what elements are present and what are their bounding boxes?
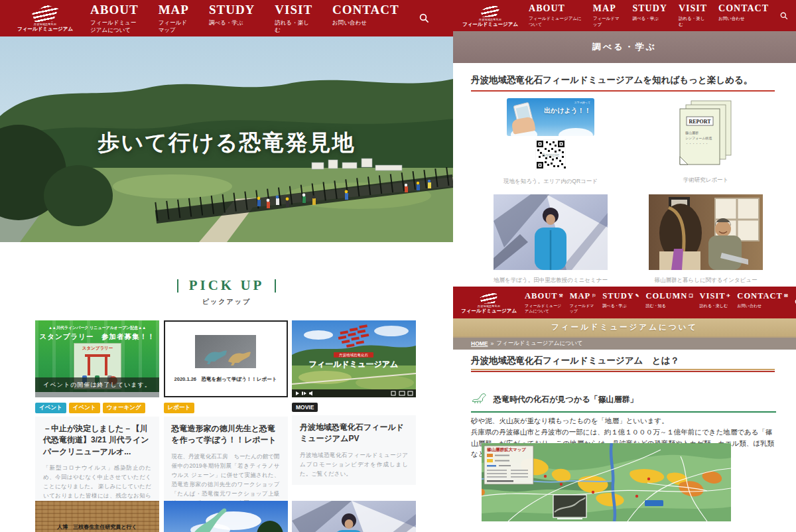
svg-text:シンフォーム構造: シンフォーム構造 bbox=[685, 136, 712, 140]
breadcrumb-home-link[interactable]: HOME bbox=[471, 340, 488, 347]
about-page: 丹波地域恐竜化石 フィールドミュージアム ABOUT⚒ フィールドミュージアムに… bbox=[453, 287, 796, 532]
site-logo[interactable]: 丹波地域恐竜化石 フィールドミュージアム bbox=[461, 292, 517, 314]
interview-feature: 篠山層群と暮らしに関するインタビュー bbox=[649, 194, 763, 285]
pickup-card-seminar[interactable] bbox=[292, 501, 416, 532]
torii-gate bbox=[88, 356, 90, 375]
card-image-workshop[interactable]: 2020.1.26 恐竜を創って学ぼう！！レポート bbox=[164, 320, 288, 397]
pickup-bar-left bbox=[177, 279, 178, 293]
nav-item-column[interactable]: COLUMN❏ 読む・知る bbox=[645, 291, 693, 308]
nav-item-about[interactable]: ABOUT フィールドミュージアムについて bbox=[90, 3, 139, 34]
card-text: 丹波地域恐竜化石フィールドミュージアムPV 丹波地域恐竜化石フィールドミュージア… bbox=[292, 415, 416, 485]
nav-item-contact[interactable]: CONTACT お問い合わせ bbox=[718, 3, 769, 22]
pickup-cards-row2: 人博 三枝春生主任研究員と行く bbox=[35, 501, 416, 532]
tag-event-yellow[interactable]: イベント bbox=[69, 403, 100, 413]
report-stack-illustration: REPORT 篠山層群 シンフォーム構造 ・・・・・・・ bbox=[678, 100, 734, 166]
card-tags: MOVIE bbox=[292, 403, 416, 412]
nav-item-visit[interactable]: VISIT 訪れる・楽しむ bbox=[679, 3, 707, 28]
logo-mark-icon bbox=[480, 292, 498, 304]
section-title: 恐竜時代の化石が見つかる「篠山層群」 bbox=[494, 394, 637, 405]
report-caption: 学術研究レポート bbox=[649, 176, 763, 184]
map-legend-title: 篠山層群拡大マップ bbox=[486, 447, 526, 452]
nav-item-study[interactable]: STUDY 調べる・学ぶ bbox=[209, 3, 255, 27]
page-title-banner: フィールドミュージアムについて bbox=[453, 318, 796, 336]
qr-watermark: Sample bbox=[541, 152, 560, 158]
card-tags: イベント イベント ウォーキング bbox=[35, 403, 159, 413]
pickup-bar-right bbox=[275, 279, 276, 293]
qr-code: Sample bbox=[535, 139, 566, 170]
pickup-title: PICK UP bbox=[189, 277, 265, 294]
page: 丹波地域恐竜化石 フィールドミュージアム ABOUT フィールドミュージアムにつ… bbox=[0, 0, 796, 532]
header-study: 丹波地域恐竜化石 フィールドミュージアム ABOUT フィールドミュージアムにつ… bbox=[453, 0, 796, 31]
breadcrumb: HOME » フィールドミュージアムについて bbox=[453, 336, 796, 350]
title-double-rule bbox=[471, 369, 775, 372]
envelope-icon: ✉ bbox=[784, 293, 789, 298]
nav-item-map[interactable]: MAP フィールドマップ bbox=[159, 3, 189, 34]
pencil-icon: ✎ bbox=[635, 293, 640, 298]
card-image-caption: 人博 三枝春生主任研究員と行く bbox=[35, 523, 159, 531]
dinosaur-models-photo bbox=[195, 335, 256, 368]
site-logo[interactable]: 丹波地域恐竜化石 フィールドミュージアム bbox=[462, 5, 518, 27]
page-title-banner: 調べる・学ぶ bbox=[453, 31, 796, 63]
nav-item-about[interactable]: ABOUT フィールドミュージアムについて bbox=[529, 3, 582, 28]
hero-banner: 歩いて行ける恐竜発見地 bbox=[0, 36, 453, 242]
pickup-card-dinosaur-statue[interactable] bbox=[164, 501, 288, 532]
search-icon[interactable] bbox=[780, 12, 788, 20]
flag-icon: ⚐ bbox=[592, 293, 596, 298]
nav-item-study[interactable]: STUDY 調べる・学ぶ bbox=[632, 3, 667, 22]
card-image-stamp-rally[interactable]: ▲▲川代ラインパーク リニューアルオープン記念▲▲ スタンプラリー 参加者募集！… bbox=[35, 320, 159, 397]
report-label: REPORT bbox=[689, 119, 711, 125]
map-legend: 篠山層群拡大マップ bbox=[484, 446, 533, 484]
header-about: 丹波地域恐竜化石 フィールドミュージアム ABOUT⚒ フィールドミュージアムに… bbox=[453, 287, 796, 318]
svg-text:・・・・・・・: ・・・・・・・ bbox=[685, 141, 708, 145]
nav-item-study[interactable]: STUDY✎ 調べる・学ぶ bbox=[602, 291, 639, 308]
logo-main-text: フィールドミュージアム bbox=[17, 27, 73, 32]
interview-caption: 篠山層群と暮らしに関するインタビュー bbox=[649, 277, 763, 285]
dinosaur-icon bbox=[471, 393, 488, 406]
card-title[interactable]: 恐竜造形家の徳川先生と恐竜を作って学ぼう！！レポート bbox=[172, 423, 280, 446]
card-title[interactable]: －中止が決定しました－【川代恐竜街道】3/21 川代ラインパークリニューアルオ.… bbox=[43, 423, 151, 458]
plane-icon: ✈ bbox=[727, 293, 732, 298]
workshop-image-caption: 2020.1.26 恐竜を創って学ぼう！！レポート bbox=[174, 376, 277, 383]
nav-item-visit[interactable]: VISIT✈ 訪れる・楽しむ bbox=[700, 291, 732, 308]
search-icon[interactable] bbox=[419, 13, 429, 23]
logo-mark-icon bbox=[32, 5, 58, 22]
nav-item-contact[interactable]: CONTACT✉ お問い合わせ bbox=[737, 291, 788, 308]
logo-mark-icon bbox=[480, 5, 500, 17]
tag-movie[interactable]: MOVIE bbox=[292, 403, 318, 412]
hammer-icon: ⚒ bbox=[559, 293, 564, 298]
video-player[interactable]: 丹波地域恐竜化石 フィールドミュージアム bbox=[292, 320, 416, 397]
tag-report[interactable]: レポート bbox=[164, 403, 195, 413]
about-title: 丹波地域恐竜化石フィールドミュージアム とは？ bbox=[471, 355, 775, 367]
nav-item-map[interactable]: MAP⚐ フィールドマップ bbox=[570, 291, 597, 314]
seminar-feature: 地層を学ぼう。田中里志教授のミニセミナー bbox=[494, 194, 608, 285]
pickup-card-museum-event[interactable]: 人博 三枝春生主任研究員と行く bbox=[35, 501, 159, 532]
pickup-section-header: PICK UP ピックアップ bbox=[0, 277, 453, 306]
card-title[interactable]: 丹波地域恐竜化石フィールドミュージアムPV bbox=[300, 422, 408, 445]
site-logo[interactable]: 丹波地域恐竜化石 フィールドミュージアム bbox=[17, 5, 73, 32]
qr-feature: スマホ持って 出かけよう！！ Sample 現地を知ろう。エリア内のQRコード bbox=[494, 98, 608, 186]
breadcrumb-current: フィールドミュージアムについて bbox=[496, 340, 582, 348]
qr-caption: 現地を知ろう。エリア内のQRコード bbox=[494, 178, 608, 186]
paragraph: 砂や泥、火山灰が重なり積もったものを「地層」といいます。 bbox=[471, 415, 777, 427]
breadcrumb-separator: » bbox=[491, 340, 494, 347]
study-page: 丹波地域恐竜化石 フィールドミュージアム ABOUT フィールドミュージアムにつ… bbox=[453, 0, 796, 287]
nav-item-about[interactable]: ABOUT⚒ フィールドミュージアムについて bbox=[525, 291, 564, 314]
pickup-subtitle: ピックアップ bbox=[0, 297, 453, 306]
report-feature: REPORT 篠山層群 シンフォーム構造 ・・・・・・・ 学術研究レポート bbox=[649, 100, 763, 184]
hero-title: 歩いて行ける恐竜発見地 bbox=[0, 128, 453, 158]
interview-photo bbox=[649, 194, 763, 270]
tag-walking[interactable]: ウォーキング bbox=[103, 403, 145, 413]
section-sasayama-group: 恐竜時代の化石が見つかる「篠山層群」 bbox=[471, 393, 776, 413]
smartphone-promo-image: スマホ持って 出かけよう！！ bbox=[507, 98, 594, 136]
nav-item-visit[interactable]: VISIT 訪れる・楽しむ bbox=[275, 3, 312, 34]
main-nav: ABOUT フィールドミュージアムについて MAP フィールドマップ STUDY… bbox=[90, 3, 419, 34]
seminar-photo bbox=[494, 194, 608, 270]
nav-item-contact[interactable]: CONTACT お問い合わせ bbox=[332, 3, 399, 27]
study-heading: 丹波地域恐竜化石フィールドミュージアムを知ればもっと楽しめる。 bbox=[471, 74, 775, 92]
nav-item-map[interactable]: MAP フィールドマップ bbox=[593, 3, 622, 28]
book-icon: ❏ bbox=[689, 293, 693, 298]
seminar-caption: 地層を学ぼう。田中里志教授のミニセミナー bbox=[494, 277, 608, 285]
tag-event-blue[interactable]: イベント bbox=[35, 403, 66, 413]
main-nav: ABOUT フィールドミュージアムについて MAP フィールドマップ STUDY… bbox=[529, 3, 780, 28]
svg-text:篠山層群: 篠山層群 bbox=[685, 131, 698, 135]
